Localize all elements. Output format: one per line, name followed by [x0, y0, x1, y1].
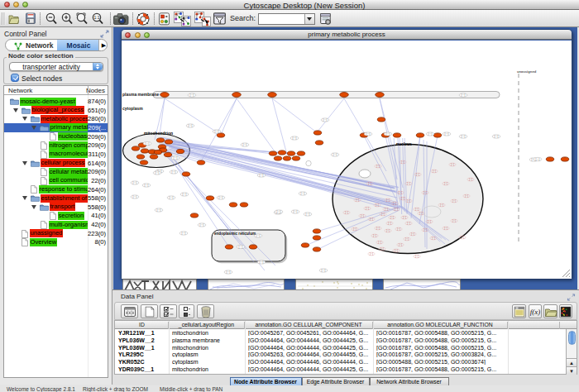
svg-text:plasma membrane: plasma membrane: [122, 92, 159, 97]
svg-text:[··]: [··]: [407, 222, 410, 225]
svg-text:[··]: [··]: [432, 237, 435, 240]
svg-text:[··]: [··]: [419, 212, 423, 215]
svg-text:[···]: [···]: [133, 195, 137, 198]
svg-text:[···]: [···]: [157, 208, 161, 212]
svg-text:[··]: [··]: [370, 252, 373, 256]
svg-text:cytoplasm: cytoplasm: [122, 106, 143, 111]
svg-text:[··]: [··]: [440, 203, 443, 207]
svg-text:[···]: [···]: [183, 193, 187, 196]
svg-text:[···]: [···]: [189, 124, 193, 127]
svg-text:[··]: [··]: [386, 198, 390, 202]
svg-text:[··]: [··]: [376, 165, 380, 168]
svg-text:[···]: [···]: [190, 93, 194, 97]
svg-text:[··]: [··]: [423, 191, 427, 194]
svg-text:[··]: [··]: [401, 160, 404, 164]
svg-text:[···]: [···]: [243, 143, 247, 146]
svg-text:[···]: [···]: [182, 232, 186, 235]
svg-text:[···]: [···]: [172, 170, 176, 174]
svg-text:[··]: [··]: [451, 163, 454, 166]
svg-text:[··]: [··]: [469, 178, 472, 181]
svg-text:[··]: [··]: [395, 249, 398, 252]
svg-text:[··]: [··]: [370, 218, 373, 221]
svg-text:[··]: [··]: [366, 207, 369, 210]
svg-text:[···]: [···]: [156, 171, 160, 174]
svg-text:[··]: [··]: [461, 236, 464, 239]
svg-text:[··]: [··]: [465, 194, 468, 198]
svg-text:[··]: [··]: [381, 213, 385, 216]
svg-text:[···]: [···]: [219, 196, 223, 199]
svg-text:[···]: [···]: [227, 270, 231, 274]
svg-text:[··]: [··]: [444, 182, 447, 185]
svg-text:[··]: [··]: [380, 247, 384, 251]
svg-text:[···]: [···]: [301, 192, 305, 195]
svg-text:[··]: [··]: [361, 214, 364, 218]
svg-text:[···]: [···]: [215, 130, 219, 133]
svg-text:[··]: [··]: [390, 216, 394, 219]
svg-text:[···]: [···]: [366, 132, 371, 136]
svg-text:[··]: [··]: [353, 227, 356, 231]
svg-text:[··]: [··]: [423, 228, 427, 232]
svg-text:[··]: [··]: [444, 227, 447, 230]
svg-text:[··]: [··]: [397, 227, 400, 231]
svg-text:[··]: [··]: [415, 255, 419, 258]
svg-text:[··]: [··]: [416, 173, 419, 176]
svg-text:[··]: [··]: [428, 220, 431, 223]
svg-text:[···]: [···]: [428, 132, 433, 136]
svg-text:[··]: [··]: [433, 170, 436, 173]
svg-text:[··]: [··]: [407, 199, 410, 203]
svg-text:endoplasmic reticulum: endoplasmic reticulum: [214, 232, 256, 236]
svg-text:[···]: [···]: [294, 210, 298, 213]
svg-text:[···]: [···]: [256, 234, 261, 237]
svg-text:[···]: [···]: [333, 153, 337, 156]
svg-text:[··]: [··]: [356, 198, 359, 202]
svg-text:[···]: [···]: [200, 223, 204, 227]
svg-text:[··]: [··]: [407, 182, 410, 185]
svg-text:[··]: [··]: [395, 208, 398, 211]
svg-text:[···]: [···]: [145, 184, 149, 187]
svg-text:f(x): f(x): [530, 308, 541, 316]
svg-text:[···]: [···]: [133, 181, 137, 184]
svg-text:[···]: [···]: [170, 196, 174, 199]
svg-text:[···]: [···]: [277, 210, 281, 213]
svg-text:[···]: [···]: [323, 118, 328, 122]
svg-text:[··]: [··]: [376, 227, 380, 230]
svg-text:1:1: 1:1: [94, 15, 100, 20]
svg-text:[···]: [···]: [462, 93, 466, 97]
svg-text:[··]: [··]: [386, 229, 390, 232]
svg-text:[··]: [··]: [403, 216, 406, 219]
svg-text:mitochondrion: mitochondrion: [144, 131, 173, 136]
svg-text:[··]: [··]: [452, 219, 456, 222]
svg-text:nucleus: nucleus: [396, 141, 412, 146]
svg-text:[···]: [···]: [322, 269, 326, 272]
svg-text:[··]: [··]: [399, 191, 402, 194]
svg-text:[··]: [··]: [399, 243, 402, 246]
svg-text:[··]: [··]: [373, 234, 376, 237]
svg-text:[···]: [···]: [536, 158, 540, 161]
svg-text:[···]: [···]: [495, 135, 499, 138]
svg-text:[···]: [···]: [260, 174, 264, 177]
svg-text:[···]: [···]: [386, 132, 390, 136]
svg-text:[···]: [···]: [293, 136, 297, 140]
svg-text:[···]: [···]: [239, 246, 243, 249]
svg-text:[··]: [··]: [415, 208, 419, 211]
svg-text:[··]: [··]: [452, 199, 456, 203]
svg-text:[··]: [··]: [385, 208, 388, 211]
svg-text:[···]: [···]: [462, 135, 466, 138]
svg-text:[··]: [··]: [368, 182, 371, 185]
svg-text:unassigned: unassigned: [517, 69, 537, 74]
svg-text:[··]: [··]: [393, 202, 396, 205]
svg-text:[··]: [··]: [376, 203, 379, 207]
svg-text:[···]: [···]: [260, 261, 264, 264]
svg-text:[··]: [··]: [411, 232, 414, 236]
svg-text:[···]: [···]: [146, 142, 150, 146]
svg-text:[··]: [··]: [345, 211, 348, 214]
svg-text:[··]: [··]: [401, 197, 404, 200]
svg-text:[···]: [···]: [306, 213, 310, 216]
svg-text:[··]: [··]: [388, 222, 391, 225]
svg-text:[··]: [··]: [405, 237, 409, 241]
svg-text:[··]: [··]: [378, 241, 381, 244]
svg-text:[···]: [···]: [445, 132, 449, 136]
svg-text:[···]: [···]: [174, 156, 178, 160]
